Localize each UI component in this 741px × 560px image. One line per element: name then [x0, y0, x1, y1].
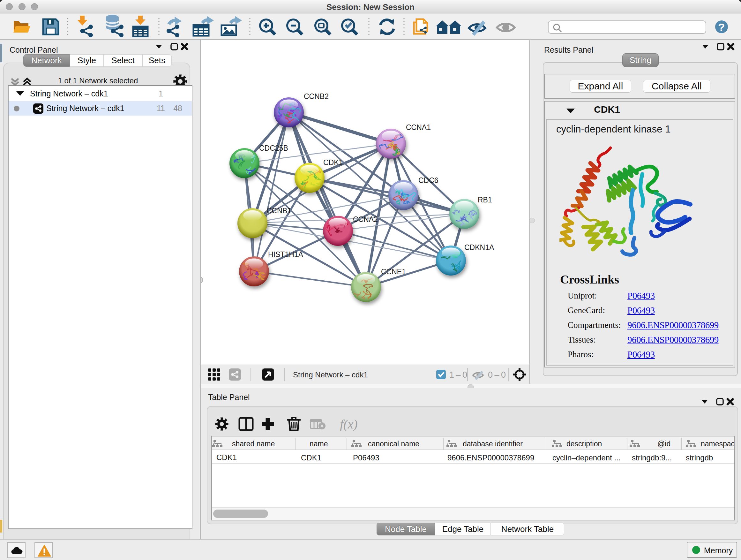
svg-text:String Network – cdk1: String Network – cdk1 — [293, 370, 368, 379]
svg-text:CCNE1: CCNE1 — [381, 267, 406, 276]
svg-text:f(x): f(x) — [340, 417, 358, 431]
svg-text:P06493: P06493 — [353, 453, 380, 462]
svg-text:CCNA1: CCNA1 — [406, 123, 431, 132]
svg-text:description: description — [566, 440, 602, 448]
svg-text:CDC6: CDC6 — [418, 176, 439, 185]
svg-text:?: ? — [718, 21, 725, 33]
svg-text:CDK1: CDK1 — [216, 453, 237, 462]
svg-text:9606.ENSP00000378699: 9606.ENSP00000378699 — [448, 453, 534, 462]
svg-text:CDK1: CDK1 — [301, 453, 321, 462]
svg-text:name: name — [310, 440, 328, 448]
svg-text:database identifier: database identifier — [463, 440, 523, 448]
svg-text:CCNB1: CCNB1 — [266, 206, 291, 215]
svg-text:CDK1: CDK1 — [323, 159, 343, 167]
svg-text:shared name: shared name — [232, 440, 275, 448]
svg-text:cyclin–dependent ...: cyclin–dependent ... — [552, 453, 620, 462]
svg-text:CCNB2: CCNB2 — [304, 92, 329, 101]
svg-text:CDC25B: CDC25B — [259, 144, 288, 152]
svg-text:@id: @id — [657, 440, 670, 448]
svg-text:1 – 0: 1 – 0 — [449, 370, 467, 380]
svg-text:HIST1H1A: HIST1H1A — [268, 250, 304, 259]
svg-text:0 – 0: 0 – 0 — [488, 370, 506, 380]
svg-text:CDKN1A: CDKN1A — [464, 243, 494, 252]
svg-text:RB1: RB1 — [478, 196, 492, 204]
svg-text:CCNA2: CCNA2 — [353, 215, 378, 224]
svg-text:stringdb: stringdb — [686, 453, 713, 462]
svg-text:namespac: namespac — [701, 440, 734, 448]
svg-text:stringdb:9...: stringdb:9... — [632, 453, 672, 462]
svg-text:canonical name: canonical name — [368, 440, 419, 448]
